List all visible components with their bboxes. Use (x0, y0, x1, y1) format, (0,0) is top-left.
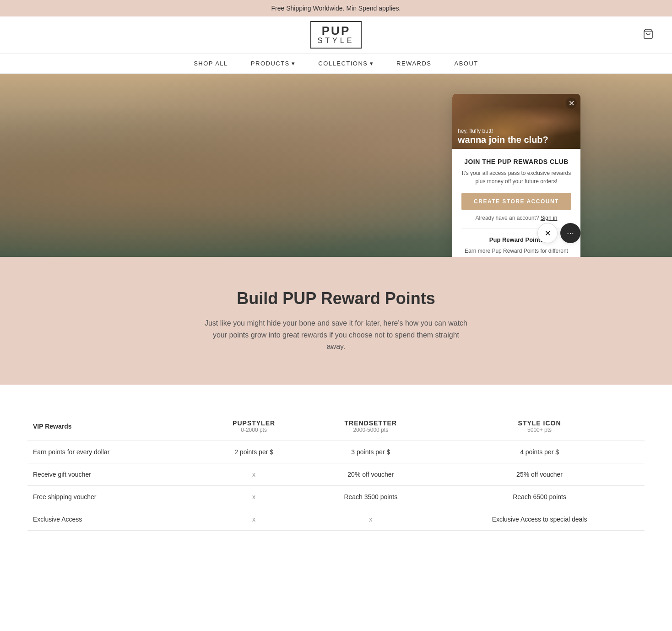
announcement-bar: Free Shipping Worldwide. Min Spend appli… (0, 0, 672, 16)
create-store-account-button[interactable]: CREATE STORE ACCOUNT (461, 193, 571, 210)
nav-item-products[interactable]: PRODUCTS ▾ (251, 60, 295, 67)
col-title-style-icon: STYLE ICON (440, 419, 639, 427)
popup-hero-text: hey, fluffy butt! wanna join the club? (458, 128, 548, 145)
logo-style: STYLE (318, 37, 355, 45)
header: PUP STYLE (0, 16, 672, 53)
hero-section: hey, fluffy butt! wanna join the club? ✕… (0, 74, 672, 257)
main-nav: SHOP ALL PRODUCTS ▾ COLLECTIONS ▾ REWARD… (0, 53, 672, 74)
table-row: Earn points for every dollar2 points per… (27, 441, 645, 463)
table-row: Exclusive AccessxxExclusive Access to sp… (27, 508, 645, 530)
row-label: Earn points for every dollar (27, 441, 201, 463)
signin-link[interactable]: Sign in (541, 215, 558, 221)
row-value: x (201, 508, 307, 530)
row-label: Exclusive Access (27, 508, 201, 530)
row-value: 4 points per $ (434, 441, 645, 463)
col-pts-pupstyler: 0-2000 pts (206, 427, 302, 433)
announcement-text: Free Shipping Worldwide. Min Spend appli… (271, 5, 401, 12)
col-pts-trendsetter: 2000-5000 pts (312, 427, 429, 433)
popup-rewards-desc: Earn more Pup Reward Points for differen… (461, 247, 571, 257)
row-value: Reach 3500 points (307, 485, 434, 508)
col-header-style-icon: STYLE ICON 5000+ pts (434, 412, 645, 441)
row-value: x (307, 508, 434, 530)
row-value: 3 points per $ (307, 441, 434, 463)
build-section: Build PUP Reward Points Just like you mi… (0, 257, 672, 385)
nav-item-rewards[interactable]: REWARDS (396, 60, 431, 67)
close-float-button[interactable]: ✕ (537, 223, 558, 243)
row-label: Free shipping voucher (27, 485, 201, 508)
dropdown-arrow-products: ▾ (292, 60, 296, 67)
floating-buttons: ✕ ⋯ (537, 223, 580, 243)
col-pts-style-icon: 5000+ pts (440, 427, 639, 433)
logo-pup: PUP (322, 25, 350, 37)
build-section-title: Build PUP Reward Points (18, 289, 654, 308)
popup-hero-image: hey, fluffy butt! wanna join the club? ✕ (452, 94, 580, 149)
vip-rewards-table: VIP Rewards PUPSTYLER 0-2000 pts TRENDSE… (27, 412, 645, 531)
col-title-trendsetter: TRENDSETTER (312, 419, 429, 427)
popup-hey-text: hey, fluffy butt! (458, 128, 548, 134)
popup-signin-row: Already have an account? Sign in (461, 215, 571, 221)
row-value: Reach 6500 points (434, 485, 645, 508)
nav-item-collections[interactable]: COLLECTIONS ▾ (318, 60, 374, 67)
col-title-pupstyler: PUPSTYLER (206, 419, 302, 427)
popup-title: JOIN THE PUP REWARDS CLUB (461, 158, 571, 165)
chat-float-button[interactable]: ⋯ (560, 223, 580, 243)
cart-icon (643, 28, 654, 39)
row-value: x (201, 485, 307, 508)
vip-table-header-row: VIP Rewards PUPSTYLER 0-2000 pts TRENDSE… (27, 412, 645, 441)
build-section-description: Just like you might hide your bone and s… (203, 317, 469, 353)
row-label: Receive gift voucher (27, 463, 201, 485)
vip-rewards-label: VIP Rewards (27, 412, 201, 441)
table-row: Free shipping voucherxReach 3500 pointsR… (27, 485, 645, 508)
vip-table-body: Earn points for every dollar2 points per… (27, 441, 645, 530)
row-value: 20% off voucher (307, 463, 434, 485)
row-value: Exclusive Access to special deals (434, 508, 645, 530)
row-value: 25% off voucher (434, 463, 645, 485)
dropdown-arrow-collections: ▾ (370, 60, 374, 67)
nav-item-about[interactable]: ABOUT (455, 60, 478, 67)
col-header-pupstyler: PUPSTYLER 0-2000 pts (201, 412, 307, 441)
vip-section: VIP Rewards PUPSTYLER 0-2000 pts TRENDSE… (0, 385, 672, 558)
row-value: 2 points per $ (201, 441, 307, 463)
popup-description: It's your all access pass to exclusive r… (461, 169, 571, 185)
close-popup-button[interactable]: ✕ (566, 98, 577, 109)
popup-wanna-text: wanna join the club? (458, 134, 548, 145)
nav-item-shop-all[interactable]: SHOP ALL (194, 60, 228, 67)
cart-icon-wrapper[interactable] (643, 28, 654, 41)
row-value: x (201, 463, 307, 485)
logo[interactable]: PUP STYLE (310, 21, 362, 49)
vip-table-head: VIP Rewards PUPSTYLER 0-2000 pts TRENDSE… (27, 412, 645, 441)
col-header-trendsetter: TRENDSETTER 2000-5000 pts (307, 412, 434, 441)
table-row: Receive gift voucherx20% off voucher25% … (27, 463, 645, 485)
